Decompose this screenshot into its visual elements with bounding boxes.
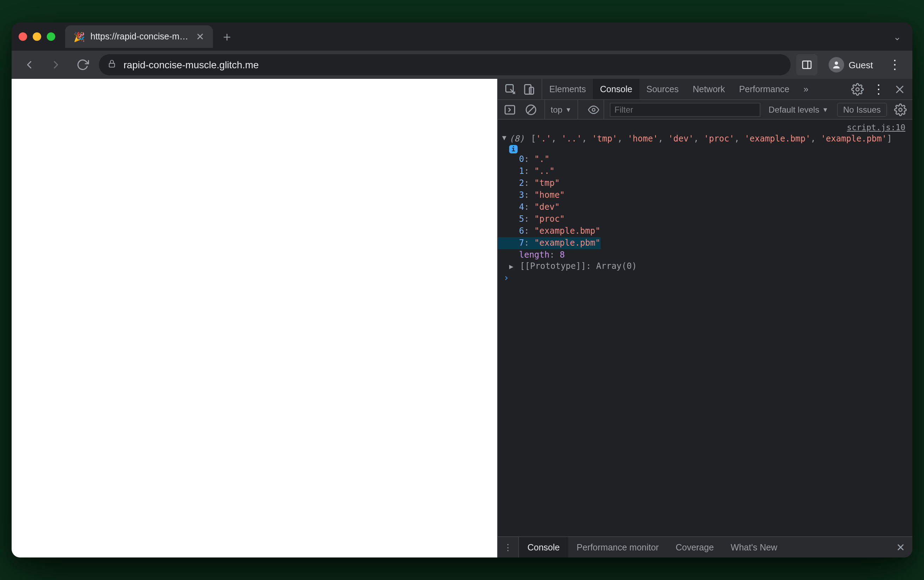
new-tab-button[interactable]: ＋: [217, 27, 237, 46]
array-length-row: length: 8: [498, 249, 912, 261]
svg-point-7: [856, 87, 859, 91]
levels-label: Default levels: [768, 104, 819, 114]
console-sidebar-toggle[interactable]: [502, 102, 518, 117]
prototype-value: Array(0): [596, 261, 637, 271]
profile-button[interactable]: Guest: [824, 54, 879, 75]
browser-window: 🎉 https://rapid-concise-muscle.g ✕ ＋ ⌄: [12, 23, 912, 557]
svg-point-3: [835, 62, 838, 65]
favicon-icon: 🎉: [74, 31, 85, 42]
browser-menu-button[interactable]: ⋮: [884, 54, 905, 75]
prototype-row[interactable]: ▶ [[Prototype]]: Array(0): [498, 261, 912, 271]
inspect-element-button[interactable]: [502, 81, 519, 97]
svg-line-12: [528, 106, 534, 113]
array-entry-row[interactable]: 0: ".": [498, 153, 912, 165]
devtools-settings-button[interactable]: [849, 81, 866, 97]
drawer-close-button[interactable]: ✕: [889, 541, 912, 554]
dropdown-caret-icon: ▼: [822, 106, 828, 113]
drawer-tab-performance-monitor[interactable]: Performance monitor: [568, 537, 667, 557]
devtools-tab-sources[interactable]: Sources: [640, 79, 686, 99]
forward-button[interactable]: [45, 54, 66, 75]
console-filter-input[interactable]: [610, 102, 760, 117]
live-expression-button[interactable]: [584, 100, 604, 119]
reload-button[interactable]: [72, 54, 93, 75]
expand-toggle[interactable]: ▶: [509, 262, 513, 270]
execution-context-select[interactable]: top ▼: [544, 100, 578, 119]
close-window-button[interactable]: [19, 32, 27, 41]
tab-strip: 🎉 https://rapid-concise-muscle.g ✕ ＋ ⌄: [12, 23, 912, 51]
array-entry-row[interactable]: 1: "..": [498, 165, 912, 177]
log-levels-select[interactable]: Default levels ▼: [766, 104, 831, 114]
device-toolbar-button[interactable]: [520, 81, 537, 97]
length-key: length: [519, 250, 550, 260]
devtools-close-button[interactable]: [891, 81, 908, 97]
devtools-tab-bar: ElementsConsoleSourcesNetworkPerformance…: [498, 79, 912, 100]
devtools-panel: ElementsConsoleSourcesNetworkPerformance…: [497, 79, 912, 557]
issues-button[interactable]: No Issues: [837, 102, 887, 117]
console-prompt[interactable]: ›: [498, 271, 912, 284]
array-summary-row[interactable]: ▼ (8) ['.', '..', 'tmp', 'home', 'dev', …: [498, 134, 912, 143]
length-value: 8: [560, 250, 565, 260]
context-label: top: [551, 104, 562, 114]
svg-rect-5: [524, 84, 531, 94]
source-link[interactable]: script.js:10: [498, 122, 912, 134]
svg-rect-0: [109, 63, 114, 67]
address-bar[interactable]: rapid-concise-muscle.glitch.me: [99, 54, 791, 75]
content-area: ElementsConsoleSourcesNetworkPerformance…: [12, 79, 912, 557]
devtools-tab-network[interactable]: Network: [686, 79, 732, 99]
array-count: (8): [509, 134, 524, 143]
browser-tab[interactable]: 🎉 https://rapid-concise-muscle.g ✕: [65, 25, 213, 48]
side-panel-button[interactable]: [797, 54, 818, 75]
devtools-picker-group: [498, 79, 542, 99]
traffic-lights: [19, 32, 55, 41]
devtools-more-tabs-button[interactable]: »: [797, 79, 815, 99]
drawer-menu-button[interactable]: ⋮: [498, 537, 519, 557]
console-output[interactable]: script.js:10 ▼ (8) ['.', '..', 'tmp', 'h…: [498, 120, 912, 536]
drawer-tab-coverage[interactable]: Coverage: [667, 537, 722, 557]
svg-point-14: [899, 108, 902, 111]
url-text: rapid-concise-muscle.glitch.me: [123, 59, 259, 70]
fullscreen-window-button[interactable]: [47, 32, 55, 41]
console-settings-button[interactable]: [893, 102, 908, 117]
prototype-label: [[Prototype]]: [520, 261, 586, 271]
tab-search-button[interactable]: ⌄: [889, 27, 905, 46]
dropdown-caret-icon: ▼: [565, 106, 571, 113]
close-tab-button[interactable]: ✕: [196, 31, 204, 42]
profile-label: Guest: [849, 59, 873, 70]
avatar-icon: [829, 57, 845, 72]
devtools-tab-elements[interactable]: Elements: [542, 79, 593, 99]
page-viewport[interactable]: [12, 79, 497, 557]
expand-toggle[interactable]: ▼: [499, 134, 509, 143]
svg-rect-1: [803, 61, 811, 68]
array-entry-row[interactable]: 4: "dev": [498, 201, 912, 213]
drawer-tab-console[interactable]: Console: [519, 537, 568, 557]
minimize-window-button[interactable]: [33, 32, 41, 41]
array-entry-row[interactable]: 5: "proc": [498, 213, 912, 225]
array-entry-row[interactable]: 2: "tmp": [498, 177, 912, 189]
svg-point-13: [592, 108, 595, 111]
devtools-drawer: ⋮ ConsolePerformance monitorCoverageWhat…: [498, 536, 912, 557]
tab-title: https://rapid-concise-muscle.g: [90, 32, 191, 41]
array-entry-row[interactable]: 3: "home": [498, 189, 912, 201]
array-entry-row[interactable]: 6: "example.bmp": [498, 225, 912, 237]
back-button[interactable]: [19, 54, 40, 75]
devtools-menu-button[interactable]: ⋮: [870, 81, 887, 97]
drawer-tab-what's-new[interactable]: What's New: [722, 537, 786, 557]
array-entry-row[interactable]: 7: "example.pbm": [498, 237, 600, 249]
lock-icon: [107, 59, 117, 70]
clear-console-button[interactable]: [523, 102, 539, 117]
devtools-tab-performance[interactable]: Performance: [732, 79, 796, 99]
info-badge-icon[interactable]: i: [509, 145, 518, 153]
console-toolbar: top ▼ Default levels ▼ No Issues: [498, 100, 912, 120]
devtools-tab-console[interactable]: Console: [593, 79, 640, 99]
toolbar: rapid-concise-muscle.glitch.me Guest ⋮: [12, 51, 912, 79]
